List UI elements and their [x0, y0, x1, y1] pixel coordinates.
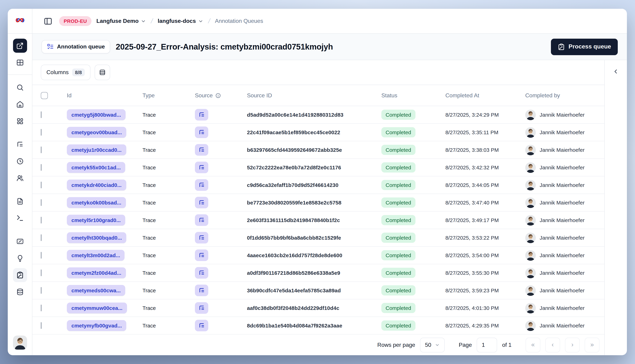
table-row[interactable]: cmetymeds00cwa... Trace 36b90cdfc47e5da1…: [32, 282, 604, 299]
open-trace-button[interactable]: [195, 302, 208, 314]
item-id-badge[interactable]: cmetymyfb00gvad...: [67, 320, 126, 331]
user-avatar[interactable]: [13, 336, 27, 350]
row-checkbox[interactable]: [41, 287, 42, 294]
item-id-badge[interactable]: cmetymeds00cwa...: [67, 285, 125, 296]
item-id-badge[interactable]: cmetygeov00buad...: [67, 127, 126, 138]
info-icon[interactable]: [215, 92, 221, 98]
open-trace-button[interactable]: [195, 284, 208, 296]
open-trace-button[interactable]: [195, 126, 208, 138]
select-all-checkbox[interactable]: [41, 92, 48, 99]
row-checkbox[interactable]: [41, 164, 42, 171]
table-row[interactable]: cmetykdr400ciad0... Trace c9d56ca32efaff…: [32, 176, 604, 194]
project-switcher[interactable]: langfuse-docs: [158, 18, 203, 24]
row-checkbox[interactable]: [41, 252, 42, 258]
column-header-completed-by[interactable]: Completed by: [525, 92, 604, 98]
table-row[interactable]: cmetyg5j800bwad... Trace d5ad9d52a00c6e1…: [32, 106, 604, 124]
item-id-badge[interactable]: cmetylt3m00d2ad...: [67, 250, 125, 261]
column-header-type[interactable]: Type: [142, 92, 195, 98]
page-number-input[interactable]: [477, 338, 497, 352]
open-trace-button[interactable]: [195, 320, 208, 331]
row-checkbox[interactable]: [41, 129, 42, 136]
sidebar-item-datasets[interactable]: [13, 285, 27, 299]
row-checkbox[interactable]: [41, 199, 42, 206]
table-row[interactable]: cmetylt3m00d2ad... Trace 4aaece1603cb2e1…: [32, 247, 604, 264]
sidebar-item-playground[interactable]: [13, 211, 27, 225]
table-row[interactable]: cmetymmuw00cea... Trace aaf0c38db0f3f204…: [32, 299, 604, 317]
item-id-badge[interactable]: cmetyko0k00bsad...: [67, 197, 126, 208]
row-checkbox[interactable]: [41, 112, 42, 118]
expand-panel-button[interactable]: [609, 65, 622, 78]
open-trace-button[interactable]: [195, 179, 208, 191]
sidebar-item-search[interactable]: [13, 80, 27, 94]
table-row[interactable]: cmetymyfb00gvad... Trace 8dc69b1ba1e540b…: [32, 317, 604, 334]
sidebar-item-evaluation[interactable]: [13, 234, 27, 248]
row-checkbox[interactable]: [41, 217, 42, 224]
avatar: [525, 232, 536, 243]
first-page-button[interactable]: «: [526, 338, 540, 352]
chevron-down-icon: [198, 18, 203, 24]
sidebar-item-go-to[interactable]: [13, 39, 27, 53]
next-page-button[interactable]: ›: [565, 338, 580, 352]
open-trace-button[interactable]: [195, 109, 208, 120]
column-header-source[interactable]: Source: [195, 92, 247, 98]
sidebar-item-tracing[interactable]: [13, 138, 27, 152]
sidebar-item-dashboards[interactable]: [13, 114, 27, 128]
sidebar-divider: [8, 74, 32, 75]
rows-per-page-select[interactable]: 50: [420, 338, 445, 352]
table-row[interactable]: cmetygeov00buad... Trace 22c41f09acae5b1…: [32, 124, 604, 141]
environment-badge[interactable]: PROD-EU: [59, 16, 91, 26]
previous-page-button[interactable]: ‹: [545, 338, 560, 352]
item-id-badge[interactable]: cmetyk55x00c1ad...: [67, 162, 125, 173]
row-checkbox[interactable]: [41, 182, 42, 188]
item-id-badge[interactable]: cmetyju1r00ccad0...: [67, 144, 126, 155]
column-header-id[interactable]: Id: [67, 92, 142, 98]
page-of-label: of 1: [502, 342, 512, 348]
row-checkbox[interactable]: [41, 234, 42, 241]
table-row[interactable]: cmetym2fz00d4ad... Trace a0df3f901167218…: [32, 264, 604, 282]
open-trace-button[interactable]: [195, 162, 208, 173]
langfuse-logo[interactable]: [8, 9, 32, 34]
sidebar-item-scores[interactable]: [13, 251, 27, 265]
org-switcher[interactable]: Langfuse Demo: [96, 18, 146, 24]
sidebar-item-annotation-queues[interactable]: [13, 268, 27, 282]
open-trace-button[interactable]: [195, 267, 208, 278]
column-header-source-id[interactable]: Source ID: [247, 92, 381, 98]
row-checkbox[interactable]: [41, 304, 42, 311]
sidebar-toggle-button[interactable]: [42, 15, 54, 28]
row-checkbox[interactable]: [41, 322, 42, 329]
item-id-badge[interactable]: cmetym2fz00d4ad...: [67, 268, 126, 278]
table-header-row: Id Type Source Source ID Status Complete…: [32, 85, 604, 106]
table-row[interactable]: cmetylht300bqad0... Trace 0f1dd65b7bb9bf…: [32, 229, 604, 247]
table-row[interactable]: cmetyju1r00ccad0... Trace b63297665cfd44…: [32, 141, 604, 159]
open-trace-button[interactable]: [195, 144, 208, 156]
source-id-cell: 2e603f31361115db24198478840b1f2c: [247, 217, 381, 223]
item-id-badge[interactable]: cmetyl5r100grad0...: [67, 215, 125, 226]
row-checkbox[interactable]: [41, 146, 42, 153]
sidebar-item-sessions[interactable]: [13, 154, 27, 168]
sidebar-item-tables[interactable]: [13, 56, 27, 70]
open-trace-button[interactable]: [195, 197, 208, 208]
table-row[interactable]: cmetyko0k00bsad... Trace be7723e30d80205…: [32, 194, 604, 212]
item-id-badge[interactable]: cmetylht300bqad0...: [67, 232, 126, 243]
process-queue-button[interactable]: Process queue: [551, 38, 618, 55]
annotation-queue-chip[interactable]: Annotation queue: [42, 40, 110, 54]
table-row[interactable]: cmetyk55x00c1ad... Trace 52c72c2222ea78e…: [32, 159, 604, 176]
item-id-badge[interactable]: cmetymmuw00cea...: [67, 302, 127, 314]
column-header-completed-at[interactable]: Completed At: [445, 92, 525, 98]
sidebar-item-home[interactable]: [13, 97, 27, 112]
item-id-badge[interactable]: cmetyg5j800bwad...: [67, 109, 126, 120]
source-id-cell: 0f1dd65b7bb9bf6ba8a6cbb82c1529fe: [247, 235, 381, 241]
row-height-button[interactable]: [94, 65, 110, 80]
columns-button[interactable]: Columns 8/8: [41, 65, 90, 80]
row-checkbox[interactable]: [41, 270, 42, 276]
item-id-badge[interactable]: cmetykdr400ciad0...: [67, 180, 126, 190]
status-badge: Completed: [381, 303, 415, 313]
open-trace-button[interactable]: [195, 250, 208, 261]
open-trace-button[interactable]: [195, 214, 208, 226]
last-page-button[interactable]: »: [585, 338, 599, 352]
open-trace-button[interactable]: [195, 232, 208, 244]
table-row[interactable]: cmetyl5r100grad0... Trace 2e603f31361115…: [32, 212, 604, 229]
sidebar-item-prompts[interactable]: [13, 194, 27, 208]
column-header-status[interactable]: Status: [381, 92, 445, 98]
sidebar-item-users[interactable]: [13, 171, 27, 185]
